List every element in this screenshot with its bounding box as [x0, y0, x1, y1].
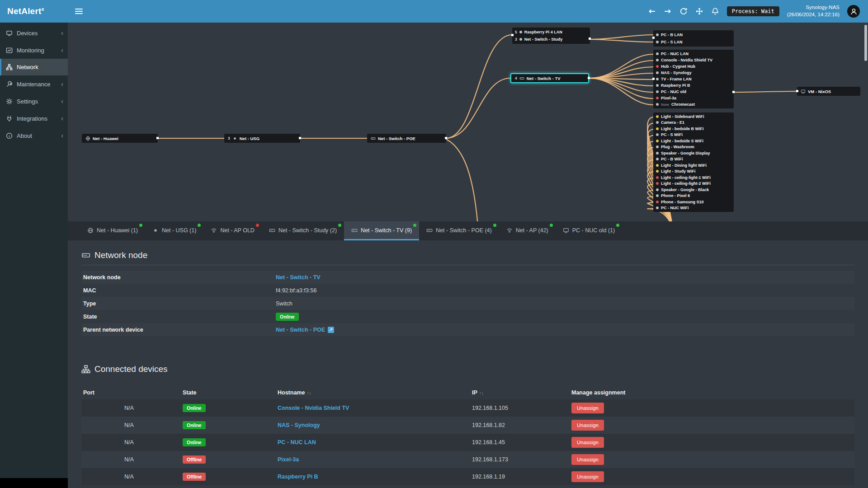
diagram-device-row[interactable]: Speaker - Google Display: [656, 150, 731, 156]
diagram-device-row[interactable]: PC - B WiFi: [656, 156, 731, 163]
hostname-link[interactable]: NAS - Synology: [278, 422, 320, 428]
external-link-icon[interactable]: ↗: [328, 327, 334, 333]
tab-net-ap[interactable]: Net - AP (42): [499, 221, 556, 240]
diagram-node-vm-nixos[interactable]: VM - NixOS: [797, 87, 860, 96]
sidebar-item-maintenance[interactable]: Maintenance ‹: [0, 75, 68, 93]
back-icon[interactable]: [648, 7, 656, 15]
connected-devices-title: Connected devices: [81, 364, 854, 374]
network-node-tabs: Net - Huawei (1) Net - USG (1) Net - AP …: [68, 221, 868, 240]
diagram-device-row[interactable]: Light - ceiling-light-1 WiFi: [656, 174, 731, 181]
diagram-device-row[interactable]: 3 Net - Switch - Study: [515, 36, 587, 43]
unassign-button[interactable]: Unassign: [571, 403, 604, 413]
diagram-device-row[interactable]: Light - Sideboard WiFi: [656, 113, 731, 120]
diagram-device-row[interactable]: Console - Nvidia Shield TV: [656, 57, 731, 63]
forward-icon[interactable]: [664, 7, 672, 15]
hostname-link[interactable]: Raspberry Pi B: [278, 474, 318, 480]
status-dot: [413, 224, 416, 227]
status-dot: [338, 224, 341, 227]
diagram-device-row[interactable]: PC - NUC old: [656, 89, 731, 95]
tab-net-switch-poe[interactable]: Net - Switch - POE (4): [419, 221, 499, 240]
sidebar-item-network[interactable]: Network: [0, 59, 68, 75]
device-icon: [519, 31, 522, 33]
sidebar-item-settings[interactable]: Settings ‹: [0, 93, 68, 110]
diagram-node-net-usg[interactable]: 3 Net - USG: [224, 134, 300, 143]
diagram-device-row[interactable]: Light - Dining light WiFi: [656, 162, 731, 169]
diagram-device-row[interactable]: PC - NUC LAN: [656, 51, 731, 57]
tab-net-usg[interactable]: Net - USG (1): [145, 221, 203, 240]
tab-net-switch-tv[interactable]: Net - Switch - TV (9): [344, 221, 419, 240]
sort-icon[interactable]: ↑↓: [307, 390, 311, 395]
topology-links: [68, 23, 868, 221]
tab-net-switch-study[interactable]: Net - Switch - Study (2): [262, 221, 344, 240]
diagram-device-row[interactable]: Hub - Cygnet Hub: [656, 63, 731, 70]
tab-pc-nuc-old[interactable]: PC - NUC old (1): [556, 221, 622, 240]
main-content: Net - Huawei 3 Net - USG Net - Switch - …: [68, 23, 868, 488]
diagram-device-row[interactable]: Camera - E1: [656, 120, 731, 126]
app-logo[interactable]: NetAlertx: [0, 6, 68, 16]
col-hostname[interactable]: Hostname↑↓: [276, 386, 470, 399]
diagram-group-switch-tv-devices[interactable]: PC - NUC LAN Console - Nvidia Shield TV …: [653, 50, 734, 108]
unassign-button[interactable]: Unassign: [571, 471, 604, 482]
refresh-icon[interactable]: [679, 7, 688, 15]
sidebar-item-about[interactable]: About ‹: [0, 127, 68, 144]
diagram-group-lan-pcs[interactable]: PC - B LAN PC - S LAN: [653, 30, 734, 47]
sidebar-toggle-icon[interactable]: [68, 9, 90, 14]
diagram-device-row[interactable]: Phone - Samsung S10: [656, 199, 731, 205]
diagram-device-row[interactable]: Plug - Washroom: [656, 144, 731, 150]
diagram-node-net-switch-tv-selected[interactable]: 4 Net - Switch - TV: [510, 73, 589, 83]
unassign-button[interactable]: Unassign: [571, 437, 604, 448]
diagram-device-row[interactable]: PC - B LAN: [656, 31, 731, 38]
wifi-icon: [506, 227, 513, 234]
monitor-icon: [563, 227, 569, 234]
col-ip[interactable]: IP↑↓: [470, 386, 570, 399]
device-table-row: N/A Online NAS - Synology 192.168.1.82 U…: [81, 417, 854, 434]
diagram-device-row[interactable]: Light - ceiling-light-2 WiFi: [656, 181, 731, 187]
device-icon: [656, 59, 659, 61]
diagram-device-row[interactable]: PC - S LAN: [656, 38, 731, 46]
diagram-device-row[interactable]: Pixel-3a: [656, 95, 731, 101]
diagram-device-row[interactable]: Raspberry Pi B: [656, 82, 731, 89]
sort-icon[interactable]: ↑↓: [479, 390, 484, 395]
status-dot: [550, 224, 553, 227]
tab-net-ap-old[interactable]: Net - AP OLD: [203, 221, 262, 240]
diagram-node-net-switch-poe[interactable]: Net - Switch - POE: [367, 134, 446, 143]
scrollbar[interactable]: [864, 25, 867, 61]
diagram-device-row[interactable]: Light - bedside S WiFi: [656, 138, 731, 144]
diagram-device-row[interactable]: PC - NUC WiFi: [656, 205, 731, 211]
hostname-link[interactable]: Pixel-3a: [278, 456, 299, 463]
unassign-button[interactable]: Unassign: [571, 420, 604, 431]
switch-icon: [371, 136, 376, 141]
sidebar-item-devices[interactable]: Devices ‹: [0, 24, 68, 42]
network-topology-diagram[interactable]: Net - Huawei 3 Net - USG Net - Switch - …: [68, 23, 868, 221]
hostname-link[interactable]: Console - Nvidia Shield TV: [278, 405, 349, 411]
user-avatar[interactable]: [847, 5, 860, 18]
tab-net-huawei[interactable]: Net - Huawei (1): [80, 221, 145, 240]
unassign-button[interactable]: Unassign: [571, 454, 604, 465]
move-icon[interactable]: [695, 7, 703, 15]
hostname-link[interactable]: PC - NUC LAN: [278, 439, 316, 446]
sidebar-item-integrations[interactable]: Integrations ‹: [0, 110, 68, 127]
parent-node-link[interactable]: Net - Switch - POE: [276, 327, 325, 333]
globe-icon: [87, 227, 94, 234]
host-info: Synology-NAS (26/06/2024, 14:22:16): [787, 4, 840, 18]
diagram-device-row[interactable]: Speaker - Google - Black: [656, 187, 731, 193]
switch-icon: [519, 76, 524, 81]
sidebar-item-monitoring[interactable]: Monitoring ‹: [0, 42, 68, 59]
diagram-device-row[interactable]: TV - Frame LAN: [656, 76, 731, 82]
diagram-device-row[interactable]: PC - S WiFi: [656, 132, 731, 138]
diagram-group-study[interactable]: 5 Raspberry Pi 4 LAN 3 Net - Switch - St…: [512, 28, 590, 44]
notifications-bell-icon[interactable]: [711, 7, 719, 15]
state-badge: Offline: [183, 473, 206, 481]
diagram-device-row[interactable]: 5 Raspberry Pi 4 LAN: [515, 28, 587, 36]
diagram-device-row[interactable]: Light - bedside B WiFi: [656, 126, 731, 132]
device-icon: [656, 90, 659, 93]
diagram-group-wifi-devices[interactable]: Light - Sideboard WiFi Camera - E1 Light…: [653, 113, 734, 212]
info-row-parent: Parent network device Net - Switch - POE…: [81, 323, 854, 336]
diagram-node-net-huawei[interactable]: Net - Huawei: [82, 134, 158, 143]
diagram-device-row[interactable]: NAS - Synology: [656, 70, 731, 76]
diagram-device-row[interactable]: Light - Study WiFi: [656, 169, 731, 175]
node-link[interactable]: Net - Switch - TV: [276, 274, 321, 281]
diagram-device-row[interactable]: None Chromecast: [656, 101, 731, 108]
device-icon: [656, 206, 659, 209]
diagram-device-row[interactable]: Phone - Pixel 6: [656, 193, 731, 199]
